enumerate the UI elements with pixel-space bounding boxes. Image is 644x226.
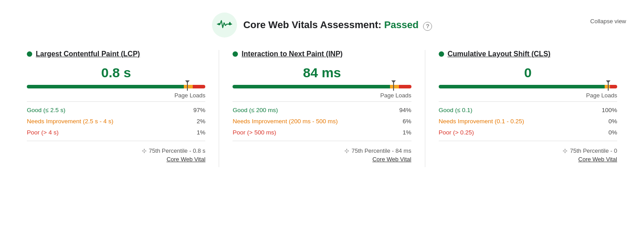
stat-value-inp-0: 94% (399, 107, 411, 113)
metric-title-text-lcp: Largest Contentful Paint (LCP) (36, 50, 140, 58)
bar-green-cls (439, 85, 605, 88)
stat-value-lcp-0: 97% (193, 107, 205, 113)
divider-bottom-inp (233, 141, 411, 141)
stat-value-cls-2: 0% (608, 129, 617, 136)
bar-red-cls (610, 85, 617, 88)
metric-value-cls: 0 (439, 65, 617, 80)
metric-panel-cls: Cumulative Layout Shift (CLS)0Page Loads… (425, 50, 631, 167)
metric-value-lcp: 0.8 s (27, 65, 205, 80)
stat-value-inp-1: 6% (402, 118, 411, 125)
stat-label-lcp-2: Poor (> 4 s) (27, 129, 59, 136)
bar-red-lcp (193, 85, 205, 88)
metric-dot-cls (439, 51, 444, 57)
stat-row-inp-1: Needs Improvement (200 ms - 500 ms)6% (233, 116, 411, 127)
metrics-row: Largest Contentful Paint (LCP)0.8 sPage … (0, 42, 644, 167)
stat-row-lcp-2: Poor (> 4 s)1% (27, 127, 205, 138)
page-title: Core Web Vitals Assessment: Passed ? (243, 19, 432, 31)
bar-green-lcp (27, 85, 184, 88)
metric-title-text-cls: Cumulative Layout Shift (CLS) (448, 50, 551, 58)
divider-bottom-cls (439, 141, 617, 141)
stat-row-inp-0: Good (≤ 200 ms)94% (233, 105, 411, 116)
stat-value-lcp-1: 2% (197, 118, 206, 125)
percentile-row-inp: ⊹75th Percentile - 84 ms (233, 144, 411, 156)
bar-marker-lcp (187, 83, 188, 91)
core-web-vital-link-cls[interactable]: Core Web Vital (439, 156, 617, 167)
divider-top-inp (233, 101, 411, 102)
header: Core Web Vitals Assessment: Passed ? Col… (0, 0, 644, 42)
percentile-text-inp: 75th Percentile - 84 ms (352, 147, 411, 154)
stat-row-cls-1: Needs Improvement (0.1 - 0.25)0% (439, 116, 617, 127)
bar-yellow-lcp (184, 85, 193, 88)
stat-value-inp-2: 1% (402, 129, 411, 136)
metric-dot-lcp (27, 51, 32, 57)
bar-yellow-cls (605, 85, 610, 88)
metric-title-lcp[interactable]: Largest Contentful Paint (LCP) (27, 50, 205, 58)
pin-icon-inp: ⊹ (344, 147, 349, 154)
stat-row-cls-0: Good (≤ 0.1)100% (439, 105, 617, 116)
stat-label-lcp-0: Good (≤ 2.5 s) (27, 107, 65, 113)
stat-value-cls-0: 100% (602, 107, 617, 113)
divider-top-lcp (27, 101, 205, 102)
help-icon[interactable]: ? (423, 22, 432, 31)
stat-row-cls-2: Poor (> 0.25)0% (439, 127, 617, 138)
pin-icon-lcp: ⊹ (142, 147, 147, 154)
bar-yellow-inp (390, 85, 399, 88)
stat-value-lcp-2: 1% (197, 129, 206, 136)
metric-panel-inp: Interaction to Next Paint (INP)84 msPage… (219, 50, 425, 167)
vitals-icon-wrap (212, 13, 237, 38)
stat-row-lcp-1: Needs Improvement (2.5 s - 4 s)2% (27, 116, 205, 127)
collapse-view-button[interactable]: Collapse view (590, 18, 626, 25)
divider-bottom-lcp (27, 141, 205, 141)
stat-row-lcp-0: Good (≤ 2.5 s)97% (27, 105, 205, 116)
percentile-row-lcp: ⊹75th Percentile - 0.8 s (27, 144, 205, 156)
stat-label-inp-1: Needs Improvement (200 ms - 500 ms) (233, 118, 338, 125)
metric-title-cls[interactable]: Cumulative Layout Shift (CLS) (439, 50, 617, 58)
metric-title-text-inp: Interaction to Next Paint (INP) (242, 50, 343, 58)
metric-bar-lcp (27, 85, 205, 88)
metric-dot-inp (233, 51, 238, 57)
bar-marker-inp (393, 83, 394, 91)
metric-bar-inp (233, 85, 411, 88)
stat-label-cls-1: Needs Improvement (0.1 - 0.25) (439, 118, 524, 125)
page-loads-label-inp: Page Loads (233, 92, 411, 99)
svg-point-1 (218, 23, 220, 25)
percentile-text-cls: 75th Percentile - 0 (570, 147, 617, 154)
percentile-row-cls: ⊹75th Percentile - 0 (439, 144, 617, 156)
core-web-vital-link-lcp[interactable]: Core Web Vital (27, 156, 205, 167)
metric-panel-lcp: Largest Contentful Paint (LCP)0.8 sPage … (13, 50, 219, 167)
stat-label-inp-0: Good (≤ 200 ms) (233, 107, 278, 113)
pulse-icon (216, 18, 233, 32)
page-loads-label-lcp: Page Loads (27, 92, 205, 99)
stat-row-inp-2: Poor (> 500 ms)1% (233, 127, 411, 138)
page-loads-label-cls: Page Loads (439, 92, 617, 99)
svg-point-0 (229, 23, 231, 25)
stat-value-cls-1: 0% (608, 118, 617, 125)
stat-label-lcp-1: Needs Improvement (2.5 s - 4 s) (27, 118, 114, 125)
stat-label-cls-2: Poor (> 0.25) (439, 129, 474, 136)
bar-green-inp (233, 85, 390, 88)
bar-red-inp (399, 85, 411, 88)
stat-label-cls-0: Good (≤ 0.1) (439, 107, 473, 113)
divider-top-cls (439, 101, 617, 102)
metric-bar-cls (439, 85, 617, 88)
bar-marker-cls (608, 83, 609, 91)
stat-label-inp-2: Poor (> 500 ms) (233, 129, 276, 136)
metric-title-inp[interactable]: Interaction to Next Paint (INP) (233, 50, 411, 58)
metric-value-inp: 84 ms (233, 65, 411, 80)
percentile-text-lcp: 75th Percentile - 0.8 s (149, 147, 205, 154)
core-web-vital-link-inp[interactable]: Core Web Vital (233, 156, 411, 167)
pin-icon-cls: ⊹ (563, 147, 568, 154)
